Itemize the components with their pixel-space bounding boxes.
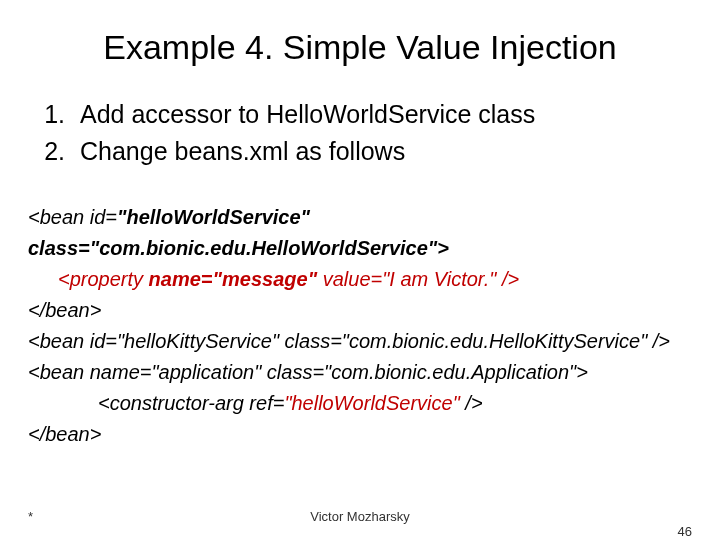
- slide-body: Add accessor to HelloWorldService class …: [0, 99, 720, 450]
- code-line-property: <property name="message" value="I am Vic…: [28, 264, 692, 295]
- code-line-bean-close: </bean>: [28, 295, 692, 326]
- code-text: <bean id=: [28, 206, 117, 228]
- slide: Example 4. Simple Value Injection Add ac…: [0, 0, 720, 540]
- code-line-bean-open: <bean id="helloWorldService" class="com.…: [28, 202, 692, 264]
- code-text: <property: [58, 268, 149, 290]
- code-line-bean-kitty: <bean id="helloKittyService" class="com.…: [28, 326, 692, 357]
- slide-footer: * Victor Mozharsky 46: [0, 509, 720, 524]
- step-item: Add accessor to HelloWorldService class: [72, 99, 692, 130]
- code-text: />: [460, 392, 483, 414]
- steps-list: Add accessor to HelloWorldService class …: [28, 99, 692, 168]
- footer-page-number: 46: [678, 524, 692, 539]
- code-block: <bean id="helloWorldService" class="com.…: [28, 202, 692, 450]
- code-text: value="I am Victor." />: [317, 268, 519, 290]
- code-line-bean-app-close: </bean>: [28, 419, 692, 450]
- footer-author: Victor Mozharsky: [0, 509, 720, 524]
- code-text: "message": [213, 268, 318, 290]
- code-text: name=: [149, 268, 213, 290]
- step-item: Change beans.xml as follows: [72, 136, 692, 167]
- code-line-bean-app-open: <bean name="application" class="com.bion…: [28, 357, 692, 388]
- footer-mark: *: [28, 509, 33, 524]
- code-text: "helloWorldService": [284, 392, 459, 414]
- slide-title: Example 4. Simple Value Injection: [0, 0, 720, 87]
- code-line-constructor-arg: <constructor-arg ref="helloWorldService"…: [28, 388, 692, 419]
- code-text: <constructor-arg ref=: [98, 392, 284, 414]
